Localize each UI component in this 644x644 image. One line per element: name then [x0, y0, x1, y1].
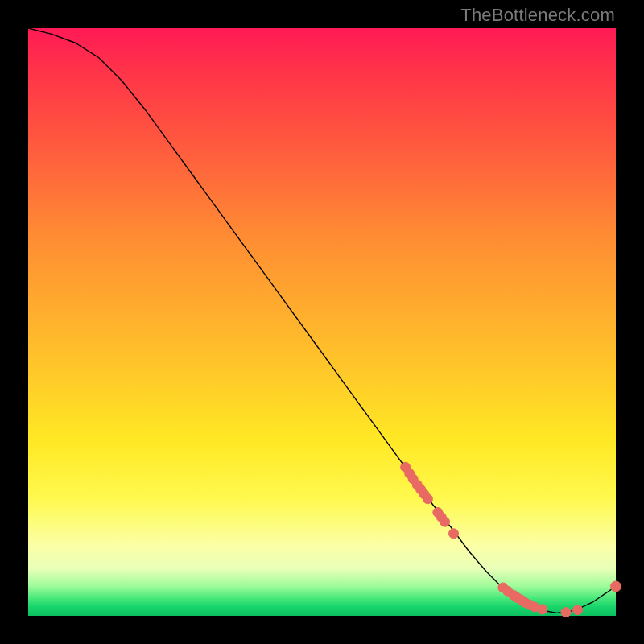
data-point — [449, 529, 459, 539]
bottleneck-curve — [28, 28, 616, 613]
data-point — [561, 608, 571, 617]
data-point — [611, 581, 621, 592]
data-point — [538, 605, 547, 614]
data-point — [573, 605, 583, 615]
highlight-dots — [401, 462, 621, 617]
watermark-label: TheBottleneck.com — [460, 5, 615, 26]
data-point — [423, 494, 432, 504]
chart-svg — [28, 28, 616, 616]
chart-stage: TheBottleneck.com — [0, 0, 644, 644]
plot-area — [28, 28, 616, 616]
data-point — [440, 517, 450, 526]
